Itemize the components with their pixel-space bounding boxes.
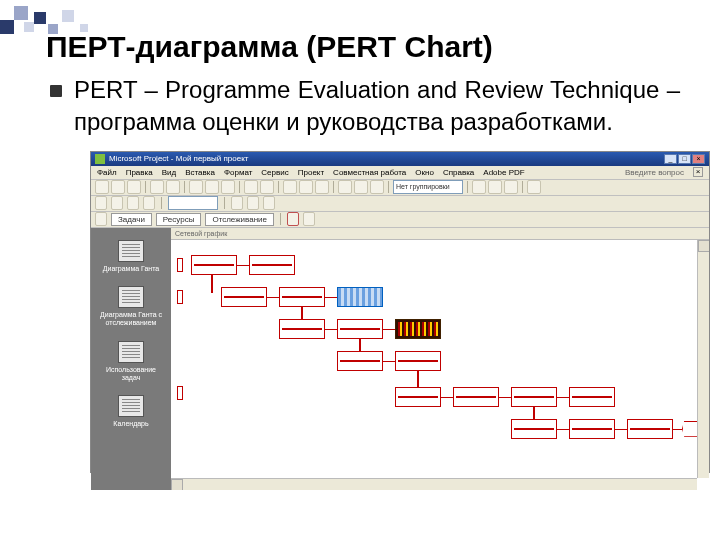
unlink-button[interactable] (299, 180, 313, 194)
pert-node[interactable] (395, 351, 441, 371)
menu-help[interactable]: Справка (443, 168, 474, 177)
standard-toolbar: Нет группировки (91, 180, 709, 196)
task-usage-icon (118, 341, 144, 363)
pert-node[interactable] (569, 419, 615, 439)
minimize-button[interactable]: _ (664, 154, 677, 164)
view-gantt[interactable]: Диаграмма Ганта (99, 240, 163, 273)
tab-tasks[interactable]: Задачи (111, 213, 152, 226)
menu-tools[interactable]: Сервис (261, 168, 288, 177)
zoom-out-button[interactable] (488, 180, 502, 194)
show-button[interactable] (127, 196, 139, 210)
canvas-header: Сетевой график (171, 228, 709, 240)
pert-node[interactable] (279, 319, 325, 339)
undo-button[interactable] (244, 180, 258, 194)
maximize-button[interactable]: □ (678, 154, 691, 164)
view-calendar[interactable]: Календарь (99, 395, 163, 428)
pert-node[interactable] (221, 287, 267, 307)
notes-button[interactable] (354, 180, 368, 194)
outdent-button[interactable] (95, 196, 107, 210)
help-button[interactable] (527, 180, 541, 194)
stub-1 (177, 258, 183, 272)
indent-button[interactable] (111, 196, 123, 210)
bullet-item: PERT – Programme Evaluation and Review T… (50, 74, 680, 139)
menu-view[interactable]: Вид (162, 168, 176, 177)
preview-button[interactable] (166, 180, 180, 194)
tab-resources[interactable]: Ресурсы (156, 213, 202, 226)
pert-node-highlight[interactable] (395, 319, 441, 339)
bullet-marker (50, 85, 62, 97)
horizontal-scrollbar[interactable] (171, 478, 697, 490)
new-button[interactable] (95, 180, 109, 194)
open-button[interactable] (111, 180, 125, 194)
bullet-text: PERT – Programme Evaluation and Review T… (74, 74, 680, 139)
print-button[interactable] (150, 180, 164, 194)
group-dropdown[interactable]: Нет группировки (393, 180, 463, 194)
tab-tracking[interactable]: Отслеживание (205, 213, 274, 226)
font-dropdown[interactable] (168, 196, 218, 210)
redo-button[interactable] (260, 180, 274, 194)
assign-button[interactable] (370, 180, 384, 194)
app-icon (95, 154, 105, 164)
menu-insert[interactable]: Вставка (185, 168, 215, 177)
link-button[interactable] (283, 180, 297, 194)
pert-node[interactable] (569, 387, 615, 407)
pdf-export-button[interactable] (287, 212, 299, 226)
vertical-scrollbar[interactable] (697, 240, 709, 478)
gantt-icon (118, 240, 144, 262)
pert-node[interactable] (511, 387, 557, 407)
pert-node[interactable] (627, 419, 673, 439)
ms-project-screenshot: Microsoft Project - Мой первый проект _ … (90, 151, 710, 473)
close-button[interactable]: × (692, 154, 705, 164)
menu-format[interactable]: Формат (224, 168, 252, 177)
view-task-usage[interactable]: Использование задач (99, 341, 163, 381)
split-button[interactable] (315, 180, 329, 194)
menu-project[interactable]: Проект (298, 168, 324, 177)
calendar-icon (118, 395, 144, 417)
doc-close-button[interactable]: × (693, 167, 703, 177)
guide-button[interactable] (95, 212, 107, 226)
scroll-left-button[interactable] (171, 479, 183, 490)
menu-file[interactable]: Файл (97, 168, 117, 177)
pert-node[interactable] (191, 255, 237, 275)
pert-node[interactable] (279, 287, 325, 307)
scroll-up-button[interactable] (698, 240, 709, 252)
menubar: Файл Правка Вид Вставка Формат Сервис Пр… (91, 166, 709, 180)
italic-button[interactable] (247, 196, 259, 210)
stub-3 (177, 386, 183, 400)
underline-button[interactable] (263, 196, 275, 210)
bold-button[interactable] (231, 196, 243, 210)
info-button[interactable] (338, 180, 352, 194)
help-search[interactable]: Введите вопрос (625, 168, 684, 177)
copy-button[interactable] (205, 180, 219, 194)
pert-node-selected[interactable] (337, 287, 383, 307)
save-button[interactable] (127, 180, 141, 194)
pert-canvas[interactable]: Сетевой график (171, 228, 709, 490)
paste-button[interactable] (221, 180, 235, 194)
view-bar: Диаграмма Ганта Диаграмма Ганта с отслеж… (91, 228, 171, 490)
pert-node[interactable] (337, 351, 383, 371)
stub-2 (177, 290, 183, 304)
view-tabs-bar: Задачи Ресурсы Отслеживание (91, 212, 709, 228)
menu-pdf[interactable]: Adobe PDF (483, 168, 524, 177)
window-titlebar: Microsoft Project - Мой первый проект _ … (91, 152, 709, 166)
menu-window[interactable]: Окно (415, 168, 434, 177)
format-toolbar (91, 196, 709, 212)
window-title: Microsoft Project - Мой первый проект (109, 154, 663, 163)
pert-node[interactable] (337, 319, 383, 339)
slide-decoration (0, 0, 200, 40)
goto-button[interactable] (504, 180, 518, 194)
tracking-gantt-icon (118, 286, 144, 308)
menu-collab[interactable]: Совместная работа (333, 168, 406, 177)
hide-button[interactable] (143, 196, 155, 210)
pert-node[interactable] (395, 387, 441, 407)
menu-edit[interactable]: Правка (126, 168, 153, 177)
zoom-in-button[interactable] (472, 180, 486, 194)
cut-button[interactable] (189, 180, 203, 194)
pert-node[interactable] (249, 255, 295, 275)
view-tracking-gantt[interactable]: Диаграмма Ганта с отслеживанием (99, 286, 163, 326)
pert-node[interactable] (453, 387, 499, 407)
pdf-settings-button[interactable] (303, 212, 315, 226)
pert-node[interactable] (511, 419, 557, 439)
